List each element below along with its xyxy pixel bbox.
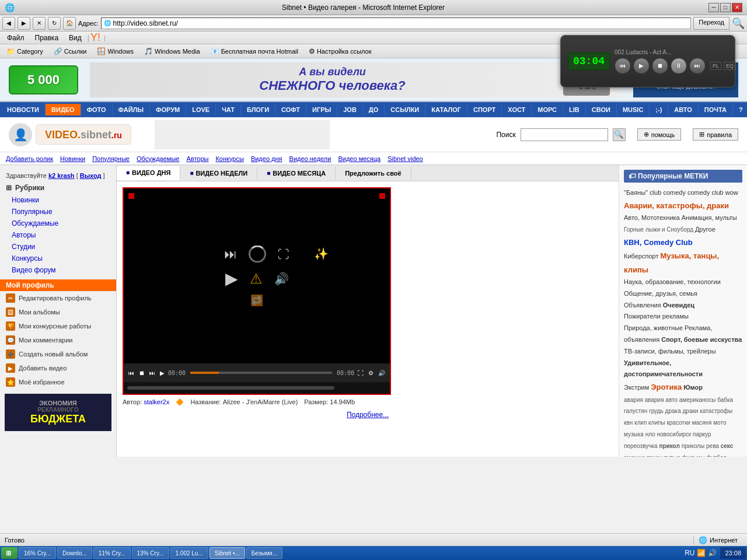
video-volume-btn[interactable]: 🔊: [274, 271, 289, 285]
bookmark-windows-media[interactable]: 🎵 Windows Media: [140, 46, 204, 57]
back-button[interactable]: ◀: [2, 17, 15, 30]
taskbar-btn-3[interactable]: 11% Cry...: [93, 547, 131, 559]
sidebar-item-discussed[interactable]: Обсуждаемые: [0, 218, 116, 229]
nav-tab-video[interactable]: ВИДЕО: [46, 104, 81, 116]
taskbar-btn-7[interactable]: Безымя...: [246, 547, 282, 559]
tag-nauka[interactable]: Наука, образование, технологии: [624, 278, 721, 285]
mp-stop-button[interactable]: ⏹: [652, 58, 668, 74]
sidebar-action-comments[interactable]: 💬 Мои комментарии: [0, 333, 116, 347]
tag-kvn[interactable]: КВН, Comedy Club: [624, 238, 693, 247]
author-value[interactable]: stalker2x: [144, 398, 169, 405]
taskbar-btn-5[interactable]: 1.002 Lu...: [170, 547, 208, 559]
tag-prikol[interactable]: прикол: [659, 443, 679, 449]
tag-erotika[interactable]: Эротика: [651, 383, 682, 391]
mp-next-button[interactable]: ⏭: [689, 58, 706, 74]
content-tab-month[interactable]: ■ ВИДЕО МЕСЯЦА: [257, 167, 336, 180]
tag-seks[interactable]: секс: [721, 443, 734, 449]
nav-tab-blogs[interactable]: БЛОГИ: [241, 104, 275, 116]
subnav-month[interactable]: Видео месяца: [338, 155, 381, 162]
tag-objav[interactable]: Объявления: [624, 302, 663, 309]
tag-avto[interactable]: Авто, Мототехника: [624, 214, 682, 221]
tag-sport[interactable]: Спорт, боевые исскуства: [661, 336, 742, 343]
nav-tab-love[interactable]: LOVE: [186, 104, 216, 116]
taskbar-btn-1[interactable]: 16% Cry...: [19, 547, 56, 559]
subnav-authors[interactable]: Авторы: [186, 155, 208, 162]
taskbar-btn-4[interactable]: 13% Cry...: [132, 547, 169, 559]
rules-button[interactable]: ⊞ правила: [693, 128, 738, 141]
bookmark-category[interactable]: 📁 Category: [2, 46, 47, 57]
tag-drugoe[interactable]: Другое: [695, 226, 715, 233]
subnav-today[interactable]: Видео дня: [251, 155, 282, 162]
tag-obscenie[interactable]: Общение, друзья, семья: [624, 290, 697, 297]
nav-tab-forum[interactable]: ФОРУМ: [150, 104, 186, 116]
mp-eq-label[interactable]: EQ: [724, 62, 736, 70]
bookmark-links[interactable]: 🔗 Ссылки: [50, 46, 91, 57]
bookmark-hotmail[interactable]: 📧 Бесплатная почта Hotmail: [207, 46, 302, 57]
video-play-btn[interactable]: ▶: [225, 269, 238, 288]
menu-edit[interactable]: Правка: [30, 33, 64, 43]
tag-ekstrim[interactable]: Экстрим: [624, 384, 651, 391]
taskbar-btn-6[interactable]: Sibnet •...: [210, 547, 245, 559]
content-tab-today[interactable]: ■ ВИДЕО ДНЯ: [117, 166, 180, 180]
video-warning-btn[interactable]: ⚠: [250, 270, 263, 286]
sidebar-item-novosti[interactable]: Новинки: [0, 194, 116, 206]
nav-tab-files[interactable]: ФАЙЛЫ: [113, 104, 150, 116]
vcb-prev-btn[interactable]: ⏮: [127, 369, 135, 377]
nav-tab-sport[interactable]: СПОРТ: [467, 104, 502, 116]
sidebar-action-new-album[interactable]: ➕ Создать новый альбом: [0, 347, 116, 361]
tag-kibersport[interactable]: Киберспорт: [624, 253, 661, 260]
subnav-sibnet[interactable]: Sibnet video: [388, 155, 423, 162]
video-skip-btn[interactable]: ⏭: [224, 247, 237, 262]
nav-tab-links[interactable]: ССЫЛКИ: [385, 104, 425, 116]
user-profile-link[interactable]: k2 krash: [48, 172, 75, 179]
nav-tab-chat[interactable]: ЧАТ: [216, 104, 241, 116]
subnav-add[interactable]: Добавить ролик: [6, 155, 53, 162]
nav-tab-smiley[interactable]: ;-): [650, 104, 668, 116]
nav-tab-games[interactable]: ИГРЫ: [306, 104, 337, 116]
help-button[interactable]: ⊕ помощь: [637, 128, 682, 141]
tag-animacia[interactable]: Анимация, мульты: [682, 214, 737, 221]
video-screen[interactable]: ✨ ⏭ ⛶ ▶ ⚠ 🔊: [124, 188, 390, 363]
search-button[interactable]: 🔍: [613, 128, 626, 141]
nav-tab-lib[interactable]: LIB: [563, 104, 586, 116]
video-more-link[interactable]: Подробнее...: [347, 411, 389, 419]
tag-udiv[interactable]: Удивительное, достопримечательности: [624, 359, 703, 378]
sidebar-item-studios[interactable]: Студии: [0, 241, 116, 253]
tag-cloud1[interactable]: авария авария авто американосы бабка гал…: [624, 397, 733, 449]
home-button[interactable]: 🏠: [63, 17, 76, 30]
bookmark-links-setup[interactable]: ⚙ Настройка ссылок: [305, 46, 376, 57]
sidebar-action-albums[interactable]: 🖼 Мои альбомы: [0, 305, 116, 319]
mp-prev-button[interactable]: ⏮: [615, 58, 631, 74]
sidebar-item-authors[interactable]: Авторы: [0, 229, 116, 241]
address-bar[interactable]: 🌐 http://video.sibnet.ru/: [101, 18, 692, 29]
tag-bayany[interactable]: "Баяны" club comedy comedy club wow: [624, 189, 738, 196]
menu-view[interactable]: Вид: [64, 33, 86, 43]
tag-gori[interactable]: Горные лыжи и Сноуборд: [624, 226, 695, 233]
nav-tab-mail[interactable]: ПОЧТА: [699, 104, 733, 116]
nav-tab-soft[interactable]: СОФТ: [275, 104, 306, 116]
taskbar-btn-2[interactable]: Downlo...: [57, 547, 92, 559]
subnav-week[interactable]: Видео недели: [289, 155, 331, 162]
vcb-volume-btn2[interactable]: 🔊: [377, 369, 386, 377]
video-timeline[interactable]: [127, 386, 334, 390]
banner-ad-area[interactable]: А вы видели СНЕЖНОГО человека? 🦍: [90, 62, 622, 97]
video-loop-btn[interactable]: 🔁: [250, 294, 263, 307]
nav-tab-do[interactable]: ДО: [363, 104, 385, 116]
nav-tab-catalog[interactable]: КАТАЛОГ: [425, 104, 467, 116]
forward-button[interactable]: ▶: [18, 17, 30, 30]
tag-ochevidec[interactable]: Очевидец: [663, 302, 694, 309]
sidebar-item-contests[interactable]: Конкурсы: [0, 253, 116, 264]
sidebar-item-myprofile[interactable]: Мой профиль: [0, 279, 116, 291]
close-button[interactable]: ✕: [732, 3, 742, 12]
subnav-popular[interactable]: Популярные: [92, 155, 130, 162]
subnav-contests[interactable]: Конкурсы: [215, 155, 243, 162]
nav-tab-novosti[interactable]: НОВОСТИ: [1, 104, 46, 116]
vcb-settings-btn[interactable]: ⚙: [367, 369, 375, 377]
vcb-next-btn[interactable]: ⏭: [148, 369, 156, 377]
nav-tab-music[interactable]: MUSIC: [617, 104, 650, 116]
tag-humor[interactable]: Юмор: [683, 384, 703, 391]
sidebar-action-add-video[interactable]: ▶ Добавить видео: [0, 361, 116, 375]
content-tab-suggest[interactable]: Предложить своё: [336, 167, 411, 180]
nav-tab-job[interactable]: JOB: [337, 104, 363, 116]
nav-tab-photo[interactable]: ФОТО: [81, 104, 113, 116]
